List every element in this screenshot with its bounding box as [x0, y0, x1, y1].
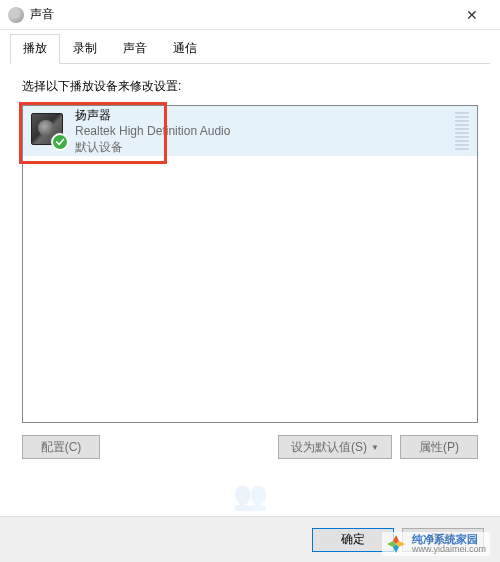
- tab-label: 通信: [173, 41, 197, 55]
- tab-content: 选择以下播放设备来修改设置: 扬声器 Realtek High Definiti…: [0, 64, 500, 469]
- button-label: 配置(C): [41, 439, 82, 456]
- tab-underline: [10, 63, 490, 64]
- ghost-people-icon: 👥: [233, 479, 268, 512]
- close-icon: ✕: [466, 7, 478, 23]
- tab-label: 播放: [23, 41, 47, 55]
- device-text: 扬声器 Realtek High Definition Audio 默认设备: [75, 107, 449, 156]
- device-description: Realtek High Definition Audio: [75, 123, 449, 139]
- watermark-text: 纯净系统家园 www.yidaimei.com: [412, 534, 486, 554]
- chevron-down-icon: ▼: [371, 443, 379, 452]
- tab-strip: 播放 录制 声音 通信: [0, 30, 500, 64]
- properties-button[interactable]: 属性(P): [400, 435, 478, 459]
- set-default-button[interactable]: 设为默认值(S) ▼: [278, 435, 392, 459]
- device-name: 扬声器: [75, 107, 449, 123]
- default-check-icon: [51, 133, 69, 151]
- tab-sounds[interactable]: 声音: [110, 34, 160, 64]
- button-label: 设为默认值(S): [291, 439, 367, 456]
- tab-playback[interactable]: 播放: [10, 34, 60, 64]
- tab-communications[interactable]: 通信: [160, 34, 210, 64]
- watermark-line2: www.yidaimei.com: [412, 545, 486, 554]
- tab-recording[interactable]: 录制: [60, 34, 110, 64]
- device-button-row: 配置(C) 设为默认值(S) ▼ 属性(P): [22, 435, 478, 459]
- tab-label: 声音: [123, 41, 147, 55]
- configure-button[interactable]: 配置(C): [22, 435, 100, 459]
- watermark: 纯净系统家园 www.yidaimei.com: [382, 532, 490, 556]
- device-item[interactable]: 扬声器 Realtek High Definition Audio 默认设备: [23, 106, 477, 156]
- device-icon-wrap: [31, 113, 67, 149]
- sound-app-icon: [8, 7, 24, 23]
- button-label: 确定: [341, 531, 365, 548]
- watermark-logo-icon: [386, 534, 406, 554]
- button-label: 属性(P): [419, 439, 459, 456]
- level-meter: [455, 112, 469, 150]
- instruction-text: 选择以下播放设备来修改设置:: [22, 78, 478, 95]
- device-status: 默认设备: [75, 139, 449, 155]
- titlebar: 声音 ✕: [0, 0, 500, 30]
- device-list[interactable]: 扬声器 Realtek High Definition Audio 默认设备: [22, 105, 478, 423]
- tab-label: 录制: [73, 41, 97, 55]
- window-title: 声音: [30, 6, 452, 23]
- close-button[interactable]: ✕: [452, 1, 492, 29]
